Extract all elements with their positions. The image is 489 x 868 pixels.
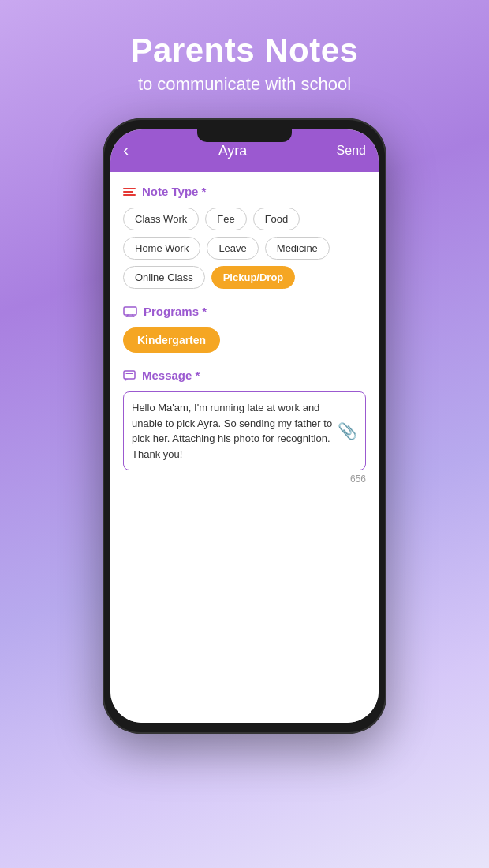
phone-notch xyxy=(197,128,292,142)
chip-home-work[interactable]: Home Work xyxy=(123,237,200,260)
note-type-header: Note Type * xyxy=(123,185,366,198)
chip-online-class[interactable]: Online Class xyxy=(123,266,205,289)
note-type-label: Note Type * xyxy=(142,185,206,198)
programs-label: Programs * xyxy=(144,305,207,318)
phone-frame: ‹ Ayra Send Note Type * xyxy=(103,118,386,734)
programs-icon xyxy=(123,306,137,317)
page-title: Parents Notes xyxy=(131,32,359,69)
message-box[interactable]: Hello Ma'am, I'm running late at work an… xyxy=(123,391,366,470)
note-type-section: Note Type * Class Work Fee Food Home Wor… xyxy=(123,185,366,289)
chip-leave[interactable]: Leave xyxy=(207,237,258,260)
kindergarten-chip[interactable]: Kindergarten xyxy=(123,327,220,353)
message-text: Hello Ma'am, I'm running late at work an… xyxy=(132,400,334,462)
char-count: 656 xyxy=(123,473,366,485)
note-type-icon xyxy=(123,188,136,196)
programs-section: Programs * Kindergarten xyxy=(123,305,366,353)
message-label: Message * xyxy=(142,369,200,382)
back-button[interactable]: ‹ xyxy=(123,140,129,161)
message-icon xyxy=(123,370,136,381)
screen-title: Ayra xyxy=(218,143,248,159)
message-header: Message * xyxy=(123,369,366,382)
message-section: Message * Hello Ma'am, I'm running late … xyxy=(123,369,366,485)
svg-rect-0 xyxy=(124,307,136,315)
attach-icon[interactable]: 📎 xyxy=(338,421,357,440)
phone-mockup: ‹ Ayra Send Note Type * xyxy=(103,118,386,734)
svg-rect-4 xyxy=(124,371,135,379)
page-subtitle: to communicate with school xyxy=(131,74,359,95)
note-type-chips: Class Work Fee Food Home Work Leave Medi… xyxy=(123,208,366,289)
chip-medicine[interactable]: Medicine xyxy=(265,237,330,260)
screen-content: Note Type * Class Work Fee Food Home Wor… xyxy=(110,172,379,723)
page-header: Parents Notes to communicate with school xyxy=(115,0,375,110)
chip-fee[interactable]: Fee xyxy=(205,208,246,230)
chip-pickup-drop[interactable]: Pickup/Drop xyxy=(211,266,296,289)
programs-header: Programs * xyxy=(123,305,366,318)
phone-screen: ‹ Ayra Send Note Type * xyxy=(110,129,379,723)
chip-class-work[interactable]: Class Work xyxy=(123,208,199,230)
send-button[interactable]: Send xyxy=(337,144,366,158)
chip-food[interactable]: Food xyxy=(253,208,300,230)
